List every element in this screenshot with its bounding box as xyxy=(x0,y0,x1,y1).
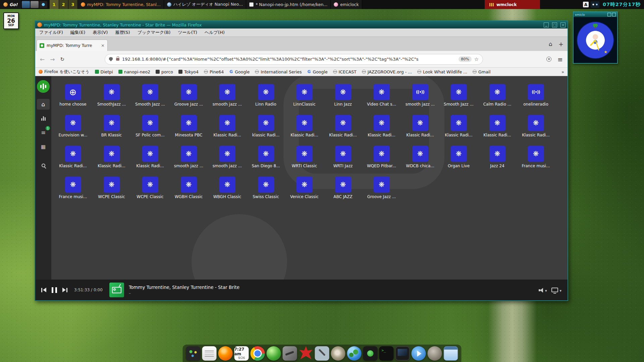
home-tile[interactable]: ❋smooth jazz ... xyxy=(169,146,208,169)
home-tile[interactable]: ❋Smooth Jazz ... xyxy=(439,84,478,107)
zoom-badge[interactable]: 80% xyxy=(459,56,471,62)
home-tile[interactable]: ❋Klassic Radi... xyxy=(92,146,131,169)
sidebar-search-button[interactable] xyxy=(37,160,50,171)
url-bar[interactable]: 192.168.1.6:8080/#{"card"%3A"Home"%2C"of… xyxy=(105,54,483,65)
bookmarks-overflow-icon[interactable]: » xyxy=(561,69,564,74)
green-dot-app-icon[interactable] xyxy=(363,346,378,361)
home-tile[interactable]: ❋Klassic Radi... xyxy=(54,146,92,169)
menu-item[interactable]: ヘルプ(H) xyxy=(205,29,225,36)
hamburger-menu-icon[interactable] xyxy=(557,56,563,63)
qjackctl-icon[interactable] xyxy=(186,346,201,361)
bookmark-item[interactable]: Gmail xyxy=(473,69,490,74)
home-tile[interactable]: ❋Klassic Radi... xyxy=(208,115,247,138)
bookmark-star-icon[interactable] xyxy=(474,56,479,62)
utility-tool-icon[interactable] xyxy=(283,346,297,361)
home-tile[interactable]: ❋WCPE Classic xyxy=(92,177,131,199)
wmclock-applet[interactable]: wmclock xyxy=(485,0,540,9)
menu-item[interactable]: 編集(E) xyxy=(70,29,85,36)
home-tile[interactable]: ❋Klassic Radi... xyxy=(478,115,517,138)
menu-item[interactable]: 表示(V) xyxy=(93,29,108,36)
clock-widget-icon[interactable]: 7:27 am9/26 xyxy=(234,346,249,361)
emiclock-titlebar[interactable]: emiclo xyxy=(574,12,617,17)
output-button[interactable] xyxy=(551,287,561,293)
bookmark-item[interactable]: GGoogle xyxy=(229,69,250,74)
bookmark-item[interactable]: International Series xyxy=(255,69,302,74)
bookmark-item[interactable]: Tokyo4 xyxy=(178,69,199,74)
home-tile[interactable]: ❋Eurovision w... xyxy=(54,115,92,138)
workspace-button-2[interactable]: 2 xyxy=(59,0,68,9)
url-text[interactable]: 192.168.1.6:8080/#{"card"%3A"Home"%2C"of… xyxy=(122,57,456,62)
bookmark-item[interactable]: porco xyxy=(156,69,173,74)
display-icon[interactable] xyxy=(395,346,410,361)
mympd-logo[interactable] xyxy=(37,80,50,93)
menu-item[interactable]: ブックマーク(B) xyxy=(138,29,171,36)
home-tile[interactable]: ❋Organ Live xyxy=(439,146,478,169)
home-tile[interactable]: ❋WQED Pitbar... xyxy=(362,146,401,169)
minimize-button[interactable] xyxy=(544,22,549,27)
home-tile[interactable]: ❋Klassic Radi... xyxy=(517,115,555,138)
maximize-button[interactable] xyxy=(552,22,557,27)
new-tab-icon[interactable] xyxy=(558,41,564,48)
emiclock-close-icon[interactable] xyxy=(612,13,616,16)
launcher-icon-3[interactable] xyxy=(39,1,47,8)
home-tile[interactable]: ❋WCPE Classic xyxy=(131,177,169,199)
close-button[interactable] xyxy=(560,22,566,27)
home-tile[interactable]: ❋Linn Jazz xyxy=(324,84,362,107)
home-tile[interactable]: ❋Klassic Radi... xyxy=(401,115,439,138)
sidebar-browse-button[interactable] xyxy=(37,141,50,152)
home-tile[interactable]: ❋WDCB chica... xyxy=(401,146,439,169)
task-button[interactable]: myMPD: Tommy Turrentine, Stanl... xyxy=(78,0,164,9)
file-manager-icon[interactable] xyxy=(444,346,458,361)
track-title[interactable]: Tommy Turrentine, Stanley Turrentine - S… xyxy=(129,285,239,290)
chrome-icon[interactable] xyxy=(251,346,265,361)
terminal-icon[interactable] xyxy=(379,346,394,361)
firefox-icon[interactable] xyxy=(218,346,233,361)
bookmark-item[interactable]: ICECAST xyxy=(333,69,357,74)
shell-icon[interactable] xyxy=(331,346,345,361)
home-tile[interactable]: ❋Swiss Classic xyxy=(247,177,285,199)
home-tile[interactable]: ❋San Diego 8... xyxy=(247,146,285,169)
sidebar-playback-button[interactable] xyxy=(37,113,50,124)
home-tile[interactable]: ❋Klassic Radi... xyxy=(439,115,478,138)
earth-icon[interactable] xyxy=(347,346,362,361)
pocket-icon[interactable] xyxy=(546,57,551,62)
home-tile[interactable]: ((•))onelineradio xyxy=(517,84,555,107)
bookmark-item[interactable]: Dietpi xyxy=(95,69,113,74)
home-tile[interactable]: ❋smooth jazz ... xyxy=(208,84,247,107)
lock-icon[interactable] xyxy=(116,58,119,61)
home-tile[interactable]: ❋Klassic Radi... xyxy=(131,146,169,169)
home-tile[interactable]: ❋France musi... xyxy=(54,177,92,199)
pause-button[interactable] xyxy=(51,287,58,293)
home-tile[interactable]: ❋klassic Radi... xyxy=(247,115,285,138)
emiclock-minimize-icon[interactable] xyxy=(607,13,611,16)
home-icon[interactable] xyxy=(549,41,552,47)
shield-icon[interactable] xyxy=(109,57,113,61)
home-tile[interactable]: ❋smooth jazz ... xyxy=(208,146,247,169)
home-tile[interactable]: ❋BR Klassic xyxy=(92,115,131,138)
home-tile[interactable]: ❋France musi... xyxy=(517,146,555,169)
home-tile[interactable]: ❋Smooth Jazz ... xyxy=(131,84,169,107)
bookmark-item[interactable]: Look What Wildlife ... xyxy=(417,69,467,74)
menu-item[interactable]: ファイル(F) xyxy=(39,29,63,36)
home-tile[interactable]: ❋WGBH Classic xyxy=(169,177,208,199)
bookmark-item[interactable]: GGoogle xyxy=(307,69,328,74)
volume-button[interactable] xyxy=(539,287,547,293)
sidebar-home-button[interactable] xyxy=(37,99,50,110)
home-tile[interactable]: ❋Klassic Radi... xyxy=(285,115,324,138)
task-button[interactable]: ハイレゾ オーディオ Nanopi Neo... xyxy=(164,0,246,9)
home-tile[interactable]: ❋Calm Radio ... xyxy=(478,84,517,107)
home-tile[interactable]: ❋SF Polic com... xyxy=(131,115,169,138)
home-tile[interactable]: ❋WBGH Classic xyxy=(208,177,247,199)
task-button[interactable]: * Nanopi-neo-jp.htm (/home/ken... xyxy=(246,0,331,9)
forward-icon[interactable] xyxy=(50,56,55,63)
home-tile[interactable]: ❋Minesota PBC xyxy=(169,115,208,138)
launcher-icon-1[interactable] xyxy=(22,1,30,8)
tray-icon[interactable] xyxy=(591,1,599,8)
go-menu-button[interactable]: Go! xyxy=(0,0,21,9)
home-tile[interactable]: ❋Linn Radio xyxy=(247,84,285,107)
home-tile[interactable]: ❋Groove Jazz ... xyxy=(169,84,208,107)
bookmark-item[interactable]: Pine64 xyxy=(204,69,224,74)
next-button[interactable] xyxy=(62,288,67,292)
sidebar-queue-button[interactable]: 1 xyxy=(37,127,50,138)
home-tile[interactable]: ❋SmoothJazz ... xyxy=(92,84,131,107)
